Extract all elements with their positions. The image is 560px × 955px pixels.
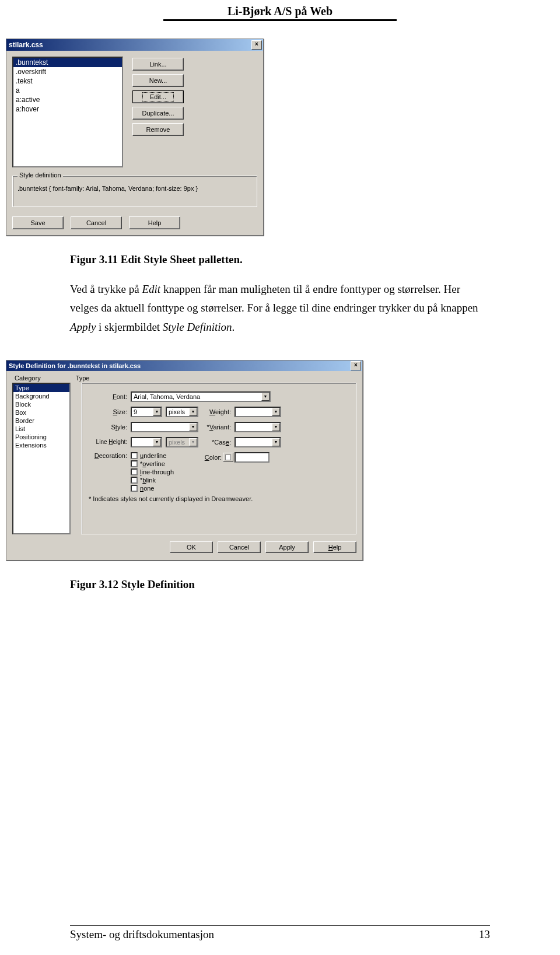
lineheight-combobox[interactable]: ▼: [131, 437, 162, 447]
apply-button[interactable]: Apply: [265, 541, 309, 553]
chevron-down-icon[interactable]: ▼: [189, 408, 197, 416]
remove-button[interactable]: Remove: [132, 123, 184, 136]
variant-combobox[interactable]: ▼: [235, 422, 281, 432]
figure-caption-1: Figur 3.11 Edit Style Sheet palletten.: [70, 253, 490, 266]
color-picker-button[interactable]: [223, 453, 233, 462]
list-item[interactable]: Positioning: [13, 433, 69, 441]
chevron-down-icon[interactable]: ▼: [153, 408, 161, 416]
page-header-title: Li-Bjørk A/S på Web: [70, 0, 490, 18]
lineheight-label: Line Height:: [89, 439, 127, 445]
close-icon[interactable]: ×: [351, 361, 361, 370]
list-item[interactable]: a: [13, 86, 122, 95]
chevron-down-icon[interactable]: ▼: [153, 438, 161, 446]
type-panel: Font: Arial, Tahoma, Verdana ▼ Size: 9 ▼: [81, 383, 356, 534]
color-combobox[interactable]: [235, 452, 270, 463]
list-item[interactable]: Block: [13, 400, 69, 408]
weight-label: Weight:: [202, 408, 231, 415]
overline-checkbox[interactable]: *overline: [131, 460, 174, 467]
body-paragraph-1: Ved å trykke på Edit knappen får man mul…: [70, 280, 490, 337]
edit-button[interactable]: Edit...: [132, 90, 184, 103]
list-item[interactable]: Type: [13, 384, 69, 392]
list-item[interactable]: List: [13, 425, 69, 433]
type-header: Type: [76, 375, 90, 382]
size-label: Size:: [89, 408, 127, 415]
font-combobox[interactable]: Arial, Tahoma, Verdana ▼: [131, 391, 271, 402]
category-listbox[interactable]: Type Background Block Box Border List Po…: [12, 383, 71, 534]
header-rule: [163, 19, 397, 21]
list-item[interactable]: a:active: [13, 95, 122, 104]
none-checkbox[interactable]: none: [131, 485, 174, 492]
chevron-down-icon: ▼: [189, 438, 197, 446]
decoration-label: Decoration:: [89, 452, 127, 459]
help-button[interactable]: Help: [129, 216, 180, 229]
size-unit-combobox[interactable]: pixels ▼: [166, 407, 198, 417]
list-item[interactable]: .overskrift: [13, 67, 122, 76]
ok-button[interactable]: OK: [170, 541, 213, 553]
list-item[interactable]: Background: [13, 392, 69, 400]
list-item[interactable]: a:hover: [13, 104, 122, 114]
style-definition-text: .bunntekst { font-family: Arial, Tahoma,…: [18, 184, 252, 201]
size-combobox[interactable]: 9 ▼: [131, 407, 162, 417]
linethrough-checkbox[interactable]: line-through: [131, 468, 174, 475]
lineheight-unit-combobox: pixels ▼: [166, 437, 198, 447]
list-item[interactable]: Extensions: [13, 441, 69, 449]
list-item[interactable]: .bunntekst: [13, 58, 122, 67]
chevron-down-icon[interactable]: ▼: [189, 423, 197, 431]
style-combobox[interactable]: ▼: [131, 422, 198, 432]
style-label: Style:: [89, 424, 127, 431]
star-note: * Indicates styles not currently display…: [89, 495, 349, 502]
color-label: Color:: [201, 454, 222, 461]
font-label: Font:: [89, 393, 127, 400]
page-footer: System- og driftsdokumentasjon 13: [70, 925, 490, 941]
list-item[interactable]: Box: [13, 408, 69, 417]
duplicate-button[interactable]: Duplicate...: [132, 107, 184, 120]
dialog2-titlebar[interactable]: Style Definition for .bunntekst in stila…: [6, 361, 362, 371]
variant-label: *Variant:: [202, 424, 231, 431]
chevron-down-icon[interactable]: ▼: [272, 423, 280, 431]
cancel-button[interactable]: Cancel: [71, 216, 122, 229]
chevron-down-icon[interactable]: ▼: [261, 393, 270, 401]
style-definition-dialog: Style Definition for .bunntekst in stila…: [6, 360, 363, 561]
figure-caption-2: Figur 3.12 Style Definition: [70, 578, 490, 591]
case-label: *Case:: [202, 439, 231, 446]
chevron-down-icon[interactable]: ▼: [272, 408, 280, 416]
help-button[interactable]: Help: [313, 541, 356, 553]
link-button[interactable]: Link...: [132, 58, 184, 71]
list-item[interactable]: .tekst: [13, 76, 122, 86]
case-combobox[interactable]: ▼: [235, 437, 281, 447]
save-button[interactable]: Save: [12, 216, 64, 229]
style-listbox[interactable]: .bunntekst .overskrift .tekst a a:active…: [12, 57, 123, 167]
footer-text: System- og driftsdokumentasjon: [70, 928, 214, 941]
style-definition-fieldset: Style definition .bunntekst { font-famil…: [12, 176, 257, 207]
list-item[interactable]: Border: [13, 417, 69, 425]
underline-checkbox[interactable]: underline: [131, 452, 174, 459]
edit-style-sheet-dialog: stilark.css × .bunntekst .overskrift .te…: [6, 39, 264, 236]
fieldset-legend: Style definition: [18, 172, 63, 179]
new-button[interactable]: New...: [132, 74, 184, 87]
dialog1-title: stilark.css: [9, 41, 43, 49]
close-icon[interactable]: ×: [251, 40, 262, 50]
page-number: 13: [479, 928, 490, 941]
dialog2-title: Style Definition for .bunntekst in stila…: [9, 362, 141, 369]
chevron-down-icon[interactable]: ▼: [272, 438, 280, 446]
cancel-button[interactable]: Cancel: [218, 541, 261, 553]
category-header: Category: [15, 375, 41, 382]
dialog1-titlebar[interactable]: stilark.css ×: [6, 39, 263, 51]
blink-checkbox[interactable]: *blink: [131, 477, 174, 484]
weight-combobox[interactable]: ▼: [235, 407, 281, 417]
